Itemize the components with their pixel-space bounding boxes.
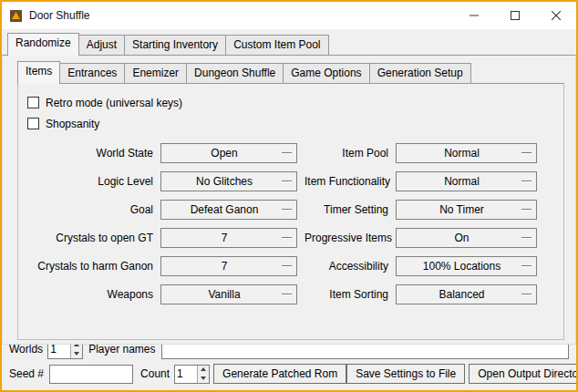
progressive-items-dropdown[interactable]: On (396, 228, 537, 248)
dropdown-indicator-icon (282, 181, 292, 182)
tab-game-options[interactable]: Game Options (283, 63, 369, 83)
dropdown-indicator-icon (521, 294, 532, 295)
save-settings-button[interactable]: Save Settings to File (346, 364, 465, 384)
logic-level-dropdown[interactable]: No Glitches (160, 171, 297, 191)
item-sorting-dropdown[interactable]: Balanced (396, 284, 537, 304)
spinner-down-icon[interactable] (198, 374, 209, 383)
seed-label: Seed # (9, 367, 44, 380)
worlds-label: Worlds (9, 343, 43, 356)
dropdown-indicator-icon (282, 152, 292, 154)
dropdown-value: Normal (444, 175, 480, 188)
retro-mode-label: Retro mode (universal keys) (46, 97, 182, 109)
close-icon (552, 11, 561, 20)
dropdown-indicator-icon (282, 209, 292, 211)
retro-mode-checkbox[interactable] (27, 97, 39, 108)
crystals-open-gt-label: Crystals to open GT (26, 232, 153, 244)
dropdown-value: On (454, 232, 469, 244)
item-pool-dropdown[interactable]: Normal (396, 143, 537, 163)
dropdown-indicator-icon (521, 237, 532, 239)
inner-tab-bar: Items Entrances Enemizer Dungeon Shuffle… (17, 61, 575, 83)
spinner-down-icon[interactable] (71, 349, 82, 358)
maximize-icon (511, 11, 520, 20)
tab-items[interactable]: Items (17, 61, 60, 84)
tab-starting-inventory[interactable]: Starting Inventory (124, 35, 226, 55)
accessibility-dropdown[interactable]: 100% Locations (396, 256, 537, 276)
dropdown-value: 100% Locations (423, 260, 501, 273)
dropdown-indicator-icon (521, 181, 532, 182)
tab-adjust[interactable]: Adjust (78, 35, 125, 55)
goal-label: Goal (26, 203, 153, 216)
items-pane: Retro mode (universal keys) Shopsanity W… (17, 83, 564, 340)
shopsanity-label: Shopsanity (46, 118, 99, 130)
progressive-items-label: Progressive Items (304, 232, 388, 244)
dropdown-indicator-icon (521, 152, 532, 154)
shopsanity-checkbox[interactable] (27, 118, 39, 129)
goal-dropdown[interactable]: Defeat Ganon (160, 200, 297, 220)
item-functionality-label: Item Functionality (304, 175, 388, 188)
randomize-pane: Items Entrances Enemizer Dungeon Shuffle… (2, 55, 576, 345)
spinner-arrows (197, 366, 209, 383)
tab-dungeon-shuffle[interactable]: Dungeon Shuffle (186, 63, 284, 83)
dropdown-value: Balanced (439, 288, 484, 301)
world-state-dropdown[interactable]: Open (160, 143, 297, 163)
timer-setting-dropdown[interactable]: No Timer (396, 200, 537, 220)
dropdown-indicator-icon (521, 209, 532, 211)
dropdown-value: Open (211, 147, 237, 160)
seed-row: Seed # Count Generate Patched Rom Save S… (9, 364, 569, 384)
dropdown-indicator-icon (282, 294, 292, 295)
accessibility-label: Accessibility (304, 260, 388, 273)
window-title: Door Shuffle (29, 9, 90, 22)
world-state-label: World State (26, 147, 153, 160)
player-names-label: Player names (88, 343, 155, 356)
dropdown-value: Vanilla (208, 288, 240, 301)
titlebar: Door Shuffle (2, 2, 576, 29)
tab-entrances[interactable]: Entrances (59, 63, 125, 83)
seed-input[interactable] (49, 365, 133, 384)
minimize-button[interactable] (453, 2, 494, 29)
dropdown-indicator-icon (282, 265, 292, 267)
count-label: Count (140, 367, 170, 380)
tab-generation-setup[interactable]: Generation Setup (369, 63, 471, 83)
tab-randomize[interactable]: Randomize (7, 33, 79, 56)
dropdown-value: 7 (222, 232, 228, 244)
outer-tab-bar: Randomize Adjust Starting Inventory Cust… (7, 33, 576, 55)
generate-patched-rom-button[interactable]: Generate Patched Rom (213, 364, 346, 384)
crystals-open-gt-dropdown[interactable]: 7 (160, 228, 297, 248)
retro-mode-row: Retro mode (universal keys) (27, 92, 563, 113)
close-button[interactable] (535, 2, 576, 29)
dropdown-value: 7 (222, 260, 228, 273)
app-icon (9, 9, 23, 23)
item-sorting-label: Item Sorting (304, 288, 388, 301)
dropdown-value: No Timer (439, 203, 484, 216)
tab-custom-item-pool[interactable]: Custom Item Pool (225, 35, 328, 55)
options-form: World State Open Item Pool Normal Logic … (26, 143, 563, 304)
weapons-dropdown[interactable]: Vanilla (160, 284, 297, 304)
timer-setting-label: Timer Setting (304, 203, 388, 216)
shopsanity-row: Shopsanity (27, 113, 563, 134)
logic-level-label: Logic Level (26, 175, 153, 188)
dropdown-indicator-icon (521, 265, 532, 267)
dropdown-indicator-icon (282, 237, 292, 239)
window: Door Shuffle Randomize Adjust Starting I… (0, 0, 578, 392)
item-functionality-dropdown[interactable]: Normal (396, 171, 537, 191)
crystals-harm-ganon-label: Crystals to harm Ganon (26, 260, 153, 273)
maximize-button[interactable] (494, 2, 535, 29)
minimize-icon (470, 11, 479, 20)
dropdown-value: No Glitches (196, 175, 253, 188)
count-spinner[interactable] (174, 365, 210, 384)
open-output-directory-button[interactable]: Open Output Directory (469, 364, 578, 384)
dropdown-value: Normal (444, 147, 480, 160)
window-controls (453, 2, 576, 29)
dropdown-value: Defeat Ganon (191, 203, 259, 216)
count-input[interactable] (175, 366, 197, 383)
tab-enemizer[interactable]: Enemizer (124, 63, 187, 83)
item-pool-label: Item Pool (304, 147, 388, 160)
crystals-harm-ganon-dropdown[interactable]: 7 (160, 256, 297, 276)
weapons-label: Weapons (26, 288, 153, 301)
spinner-up-icon[interactable] (198, 366, 209, 375)
